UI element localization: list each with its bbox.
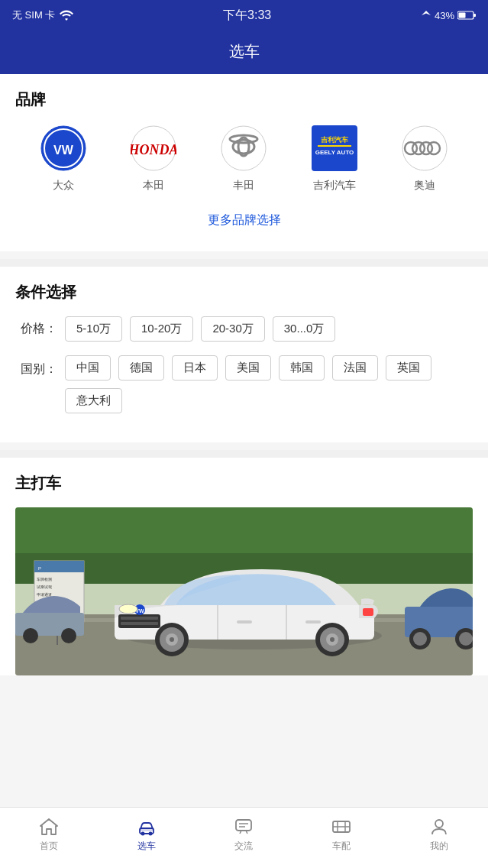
battery-label: 43% [435, 10, 454, 21]
chat-icon [234, 817, 254, 837]
svg-point-49 [170, 637, 174, 642]
svg-text:HONDA: HONDA [131, 142, 176, 157]
svg-text:GEELY AUTO: GEELY AUTO [315, 149, 354, 156]
status-time: 下午3:33 [223, 8, 271, 24]
geely-label: 吉利汽车 [313, 179, 356, 193]
brand-audi[interactable]: 奥迪 [390, 124, 459, 193]
page-header: 选车 [0, 31, 488, 74]
brand-toyota[interactable]: 丰田 [209, 124, 278, 193]
svg-rect-2 [458, 13, 465, 18]
svg-rect-27 [34, 561, 84, 572]
svg-text:吉利汽车: 吉利汽车 [321, 135, 349, 144]
status-bar: 无 SIM 卡 下午3:33 43% [0, 0, 488, 31]
honda-logo: HONDA [129, 124, 178, 173]
price-tag-3[interactable]: 20-30万 [201, 316, 264, 342]
nav-car[interactable]: 选车 [98, 817, 196, 853]
status-right: 43% [421, 10, 476, 21]
price-label: 价格： [15, 321, 57, 337]
filter-section: 条件选择 价格： 5-10万 10-20万 20-30万 30...0万 国别：… [0, 267, 488, 442]
nav-profile[interactable]: 我的 [390, 817, 488, 853]
price-tags: 5-10万 10-20万 20-30万 30...0万 [65, 316, 473, 342]
brands-title: 品牌 [15, 89, 473, 110]
audi-label: 奥迪 [414, 179, 435, 193]
svg-point-60 [23, 628, 38, 643]
profile-nav-label: 我的 [430, 840, 448, 853]
country-tags: 中国 德国 日本 美国 韩国 法国 英国 意大利 [65, 355, 473, 413]
page-title: 选车 [229, 43, 260, 60]
country-tag-usa[interactable]: 美国 [225, 355, 271, 381]
brand-geely[interactable]: 吉利汽车 GEELY AUTO 吉利汽车 [300, 124, 369, 193]
filter-title: 条件选择 [15, 282, 473, 303]
country-tag-uk[interactable]: 英国 [386, 355, 431, 381]
nav-home[interactable]: 首页 [0, 817, 98, 853]
svg-rect-1 [473, 14, 476, 17]
country-tag-italy[interactable]: 意大利 [65, 388, 122, 413]
nav-carconfig[interactable]: 车配 [292, 817, 390, 853]
chat-nav-label: 交流 [234, 840, 253, 853]
toyota-label: 丰田 [233, 179, 254, 193]
svg-text:申请通道: 申请通道 [37, 592, 52, 597]
no-sim-label: 无 SIM 卡 [12, 8, 55, 22]
brand-grid: VW 大众 HONDA 本田 [15, 124, 473, 193]
country-label: 国别： [15, 361, 57, 377]
price-tag-4[interactable]: 30...0万 [273, 316, 336, 342]
price-tag-1[interactable]: 5-10万 [65, 316, 122, 342]
svg-rect-12 [312, 125, 357, 171]
profile-icon [429, 817, 449, 837]
svg-point-61 [61, 628, 76, 643]
toyota-logo [219, 124, 268, 173]
svg-point-40 [119, 604, 137, 614]
more-brands-btn[interactable]: 更多品牌选择 [15, 205, 473, 244]
svg-text:P: P [38, 566, 41, 571]
nav-chat[interactable]: 交流 [196, 817, 293, 853]
car-image[interactable]: P 车牌检测 试乘试驾 申请通道 VW [15, 507, 473, 675]
country-filter-row: 国别： 中国 德国 日本 美国 韩国 法国 英国 意大利 [15, 355, 473, 413]
svg-rect-41 [363, 608, 373, 616]
country-tag-korea[interactable]: 韩国 [279, 355, 325, 381]
main-car-title: 主打车 [15, 473, 473, 494]
location-icon [421, 10, 431, 21]
svg-rect-45 [305, 620, 321, 623]
svg-point-58 [459, 632, 473, 646]
divider-2 [0, 450, 488, 458]
svg-rect-44 [237, 620, 252, 623]
price-tag-2[interactable]: 10-20万 [130, 316, 193, 342]
country-tag-france[interactable]: 法国 [332, 355, 378, 381]
honda-label: 本田 [143, 179, 164, 193]
battery-icon [457, 11, 476, 20]
vw-logo: VW [39, 124, 88, 173]
svg-point-63 [141, 832, 144, 836]
country-tag-japan[interactable]: 日本 [172, 355, 218, 381]
status-left: 无 SIM 卡 [12, 8, 73, 22]
vw-label: 大众 [53, 179, 74, 193]
home-nav-label: 首页 [40, 840, 58, 853]
svg-point-73 [435, 820, 443, 828]
svg-rect-65 [140, 828, 154, 831]
bottom-nav: 首页 选车 交流 车配 [0, 807, 488, 868]
svg-rect-35 [118, 614, 160, 628]
home-icon [39, 817, 59, 837]
car-nav-label: 选车 [137, 840, 156, 853]
brand-honda[interactable]: HONDA 本田 [119, 124, 188, 193]
brand-vw[interactable]: VW 大众 [29, 124, 98, 193]
svg-point-53 [330, 637, 334, 642]
main-car-section: 主打车 P 车牌检测 试乘试驾 申请通道 [0, 458, 488, 675]
carconfig-nav-label: 车配 [332, 840, 351, 853]
svg-text:VW: VW [53, 144, 74, 157]
car-icon [137, 817, 157, 837]
price-filter-row: 价格： 5-10万 10-20万 20-30万 30...0万 [15, 316, 473, 342]
brands-section: 品牌 VW 大众 HONDA 本田 [0, 74, 488, 251]
svg-text:车牌检测: 车牌检测 [37, 577, 52, 581]
bottom-spacer [0, 675, 488, 744]
svg-rect-37 [121, 622, 158, 625]
geely-logo: 吉利汽车 GEELY AUTO [310, 124, 359, 173]
divider-1 [0, 259, 488, 267]
wifi-icon [60, 10, 73, 21]
country-tag-germany[interactable]: 德国 [118, 355, 164, 381]
audi-logo [400, 124, 449, 173]
svg-rect-36 [121, 617, 158, 620]
svg-point-8 [221, 126, 266, 170]
svg-text:试乘试驾: 试乘试驾 [37, 585, 52, 589]
country-tag-china[interactable]: 中国 [65, 355, 111, 381]
carconfig-icon [331, 817, 351, 837]
